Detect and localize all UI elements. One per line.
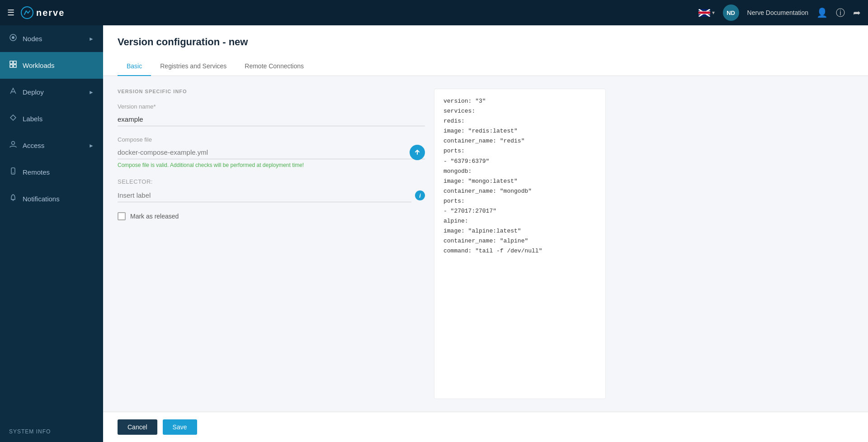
navbar: ☰ nerve ▾ ND Nerve Documentation 👤 ⓘ ➦ <box>0 0 868 25</box>
selector-input[interactable] <box>118 189 411 202</box>
workloads-icon <box>9 60 17 71</box>
compose-file-label: Compose file <box>118 136 425 143</box>
upload-button[interactable] <box>410 145 425 160</box>
code-line: alpine: <box>443 216 596 226</box>
labels-icon <box>9 114 17 124</box>
version-name-group: Version name* <box>118 103 425 126</box>
help-icon[interactable]: ⓘ <box>836 7 845 19</box>
page-title: Version configuration - new <box>118 36 854 48</box>
code-line: ports: <box>443 196 596 206</box>
page-header: Version configuration - new Basic Regist… <box>103 25 868 76</box>
code-line: container_name: "redis" <box>443 136 596 146</box>
logout-icon[interactable]: ➦ <box>853 7 861 18</box>
code-line: image: "redis:latest" <box>443 126 596 136</box>
sidebar-item-access[interactable]: Access ► <box>0 132 103 159</box>
cancel-button[interactable]: Cancel <box>118 419 157 435</box>
mark-released-label[interactable]: Mark as released <box>130 213 179 220</box>
compose-file-group: Compose file Compose file is valid. Addi… <box>118 136 425 168</box>
action-bar: Cancel Save <box>103 412 868 442</box>
sidebar-item-notifications[interactable]: Notifications <box>0 185 103 212</box>
selector-row: i <box>118 189 425 202</box>
code-line: image: "mongo:latest" <box>443 176 596 186</box>
mark-released-checkbox[interactable] <box>118 212 126 220</box>
code-line: container_name: "alpine" <box>443 236 596 246</box>
sidebar-item-nodes-label: Nodes <box>23 35 83 43</box>
sidebar-item-remotes[interactable]: Remotes <box>0 159 103 185</box>
tab-basic[interactable]: Basic <box>118 57 151 76</box>
svg-point-2 <box>12 36 14 39</box>
sidebar-item-remotes-label: Remotes <box>23 168 94 176</box>
tab-registries[interactable]: Registries and Services <box>151 57 236 76</box>
language-chevron-icon: ▾ <box>712 10 715 16</box>
sidebar-item-labels-label: Labels <box>23 115 94 123</box>
svg-rect-4 <box>14 61 16 64</box>
save-button[interactable]: Save <box>163 419 197 435</box>
sidebar-item-workloads-label: Workloads <box>23 62 94 69</box>
tab-remote-connections[interactable]: Remote Connections <box>236 57 313 76</box>
main-content: Version configuration - new Basic Regist… <box>103 25 868 442</box>
section-title: VERSION SPECIFIC INFO <box>118 89 425 94</box>
sidebar-item-deploy-label: Deploy <box>23 88 83 96</box>
mark-released-row: Mark as released <box>118 212 425 220</box>
code-line: - "27017:27017" <box>443 206 596 216</box>
code-line: - "6379:6379" <box>443 157 596 166</box>
flag-icon <box>698 9 710 17</box>
remotes-icon <box>9 167 17 177</box>
version-name-label: Version name* <box>118 103 425 110</box>
sidebar-item-nodes[interactable]: Nodes ► <box>0 25 103 52</box>
selector-info-icon[interactable]: i <box>415 190 425 200</box>
tab-bar: Basic Registries and Services Remote Con… <box>118 57 854 76</box>
code-line: image: "alpine:latest" <box>443 226 596 236</box>
access-icon <box>9 140 17 151</box>
compose-area <box>118 146 425 159</box>
code-line: version: "3" <box>443 96 596 106</box>
sidebar-item-labels[interactable]: Labels <box>0 105 103 132</box>
deploy-arrow-icon: ► <box>89 89 94 95</box>
sidebar-item-notifications-label: Notifications <box>23 195 94 203</box>
code-preview-panel: version: "3"services: redis: image: "red… <box>434 89 606 399</box>
docs-link[interactable]: Nerve Documentation <box>747 9 808 16</box>
nodes-arrow-icon: ► <box>89 36 94 42</box>
logo: nerve <box>21 6 65 19</box>
nodes-icon <box>9 33 17 44</box>
deploy-icon <box>9 87 17 97</box>
code-line: command: "tail -f /dev/null" <box>443 246 596 256</box>
code-line: ports: <box>443 146 596 156</box>
access-arrow-icon: ► <box>89 143 94 149</box>
code-line: container_name: "mongodb" <box>443 186 596 196</box>
compose-file-input[interactable] <box>118 146 425 159</box>
upload-icon <box>414 149 421 156</box>
language-selector[interactable]: ▾ <box>698 9 715 17</box>
selector-label: SELECTOR: <box>118 178 425 185</box>
sidebar-item-deploy[interactable]: Deploy ► <box>0 79 103 105</box>
system-info-label[interactable]: SYSTEM INFO <box>0 421 103 442</box>
code-line: redis: <box>443 116 596 126</box>
menu-toggle-icon[interactable]: ☰ <box>7 8 14 18</box>
sidebar-item-workloads[interactable]: Workloads <box>0 52 103 79</box>
form-left: VERSION SPECIFIC INFO Version name* Comp… <box>118 89 425 399</box>
svg-rect-6 <box>14 65 16 67</box>
nerve-logo-icon <box>21 6 33 19</box>
notifications-icon <box>9 194 17 204</box>
code-line: services: <box>443 106 596 116</box>
form-area: VERSION SPECIFIC INFO Version name* Comp… <box>103 76 868 412</box>
sidebar-item-access-label: Access <box>23 142 83 149</box>
version-name-input[interactable] <box>118 113 425 126</box>
svg-rect-5 <box>10 65 13 67</box>
svg-point-8 <box>12 142 15 145</box>
svg-rect-3 <box>10 61 13 64</box>
code-line: mongodb: <box>443 166 596 176</box>
compose-valid-msg: Compose file is valid. Additional checks… <box>118 162 425 168</box>
user-profile-icon[interactable]: 👤 <box>816 7 828 18</box>
logo-text: nerve <box>36 8 65 18</box>
user-avatar[interactable]: ND <box>723 5 739 21</box>
selector-group: SELECTOR: i <box>118 178 425 202</box>
sidebar: Nodes ► Workloads Deploy ► Labels <box>0 25 103 442</box>
